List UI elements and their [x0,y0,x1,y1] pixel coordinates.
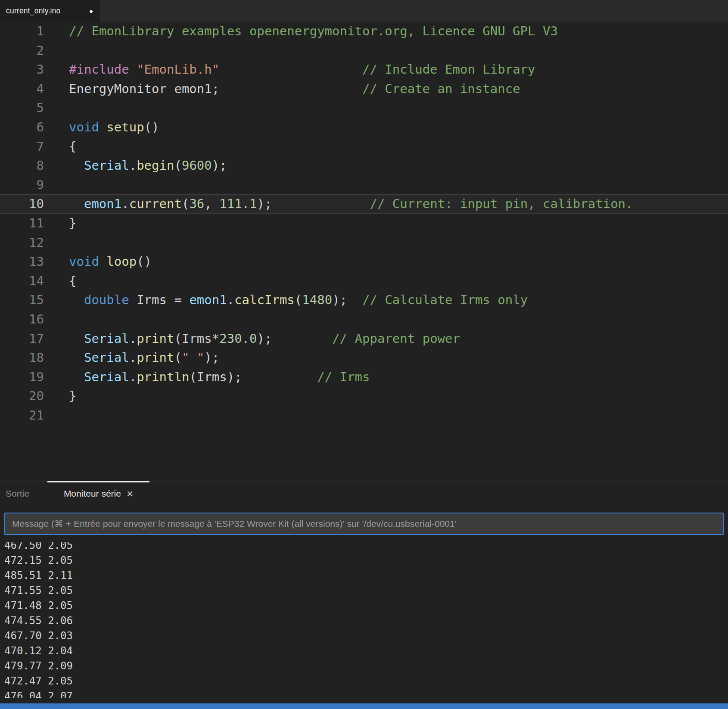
code-text[interactable]: emon1.current(36, 111.1); // Current: in… [67,194,728,214]
code-text[interactable]: } [67,386,728,406]
line-number: 11 [0,214,67,233]
code-text[interactable]: } [67,214,728,233]
code-line-3[interactable]: 3#include "EmonLib.h" // Include Emon Li… [0,60,728,79]
line-number: 15 [0,290,67,310]
code-line-15[interactable]: 15 double Irms = emon1.calcIrms(1480); /… [0,290,728,310]
code-line-2[interactable]: 2 [0,41,728,60]
serial-output-row: 470.12 2.04 [4,644,728,659]
serial-output-row: 467.70 2.03 [4,628,728,644]
line-number: 17 [0,329,67,348]
line-number: 16 [0,310,67,329]
panel-tab-bar: Sortie Moniteur série × [0,481,728,505]
code-lines: 1// EmonLibrary examples openenergymonit… [0,22,728,425]
code-line-14[interactable]: 14{ [0,271,728,291]
tab-title: current_only.ino [6,6,60,16]
code-line-10[interactable]: 10 emon1.current(36, 111.1); // Current:… [0,194,728,214]
serial-output-row: 474.55 2.06 [4,613,728,628]
serial-output-row: 472.47 2.05 [4,674,728,689]
active-tab-indicator [47,481,149,482]
line-number: 13 [0,252,67,271]
code-text[interactable] [67,175,728,195]
code-line-11[interactable]: 11} [0,214,728,233]
code-line-6[interactable]: 6void setup() [0,118,728,137]
editor-tab-strip: current_only.ino ● [0,0,728,22]
line-number: 20 [0,386,67,406]
code-text[interactable] [67,406,728,425]
line-number: 19 [0,367,67,387]
tab-sortie[interactable]: Sortie [6,482,29,505]
serial-output-row: 472.15 2.05 [4,553,728,568]
line-number: 21 [0,406,67,425]
code-text[interactable] [67,98,728,118]
unsaved-changes-dot-icon[interactable]: ● [89,8,93,14]
code-line-5[interactable]: 5 [0,98,728,118]
code-text[interactable]: Serial.begin(9600); [67,156,728,175]
code-line-18[interactable]: 18 Serial.print(" "); [0,348,728,367]
code-text[interactable]: // EmonLibrary examples openenergymonito… [67,22,728,41]
line-number: 7 [0,137,67,156]
line-number: 18 [0,348,67,367]
code-text[interactable] [67,233,728,252]
tab-moniteur-serie-label: Moniteur série [64,488,121,499]
code-text[interactable] [67,310,728,329]
code-line-20[interactable]: 20} [0,386,728,406]
tab-moniteur-serie[interactable]: Moniteur série × [47,482,149,505]
line-number: 1 [0,22,67,41]
code-line-4[interactable]: 4EnergyMonitor emon1; // Create an insta… [0,79,728,99]
code-line-17[interactable]: 17 Serial.print(Irms*230.0); // Apparent… [0,329,728,348]
line-number: 8 [0,156,67,175]
code-line-13[interactable]: 13void loop() [0,252,728,271]
close-icon[interactable]: × [127,488,133,499]
code-text[interactable]: Serial.println(Irms); // Irms [67,367,728,387]
code-text[interactable]: void loop() [67,252,728,271]
editor-tab-current-only[interactable]: current_only.ino ● [0,0,100,22]
code-line-9[interactable]: 9 [0,175,728,195]
line-number: 6 [0,118,67,137]
code-line-7[interactable]: 7{ [0,137,728,156]
code-line-1[interactable]: 1// EmonLibrary examples openenergymonit… [0,22,728,41]
line-number: 2 [0,41,67,60]
serial-monitor-output[interactable]: 467.50 2.05472.15 2.05485.51 2.11471.55 … [4,542,728,698]
code-text[interactable]: double Irms = emon1.calcIrms(1480); // C… [67,290,728,310]
serial-message-input[interactable] [4,513,724,535]
serial-output-row: 479.77 2.09 [4,659,728,674]
serial-output-row: 476.04 2.07 [4,689,728,698]
serial-output-row: 471.48 2.05 [4,598,728,613]
line-number: 12 [0,233,67,252]
code-text[interactable] [67,41,728,60]
serial-output-row: 485.51 2.11 [4,568,728,583]
code-line-12[interactable]: 12 [0,233,728,252]
status-bar [0,703,728,709]
code-text[interactable]: Serial.print(Irms*230.0); // Apparent po… [67,329,728,348]
code-text[interactable]: void setup() [67,118,728,137]
code-line-16[interactable]: 16 [0,310,728,329]
serial-output-row: 471.55 2.05 [4,583,728,598]
code-text[interactable]: EnergyMonitor emon1; // Create an instan… [67,79,728,99]
line-number: 14 [0,271,67,291]
code-text[interactable]: { [67,271,728,291]
code-line-19[interactable]: 19 Serial.println(Irms); // Irms [0,367,728,387]
line-number: 9 [0,175,67,195]
code-editor[interactable]: 1// EmonLibrary examples openenergymonit… [0,22,728,481]
code-text[interactable]: #include "EmonLib.h" // Include Emon Lib… [67,60,728,79]
serial-output-row: 467.50 2.05 [4,542,728,553]
code-text[interactable]: Serial.print(" "); [67,348,728,367]
code-text[interactable]: { [67,137,728,156]
line-number: 3 [0,60,67,79]
line-number: 4 [0,79,67,99]
line-number: 10 [0,194,67,214]
code-line-21[interactable]: 21 [0,406,728,425]
code-line-8[interactable]: 8 Serial.begin(9600); [0,156,728,175]
line-number: 5 [0,98,67,118]
